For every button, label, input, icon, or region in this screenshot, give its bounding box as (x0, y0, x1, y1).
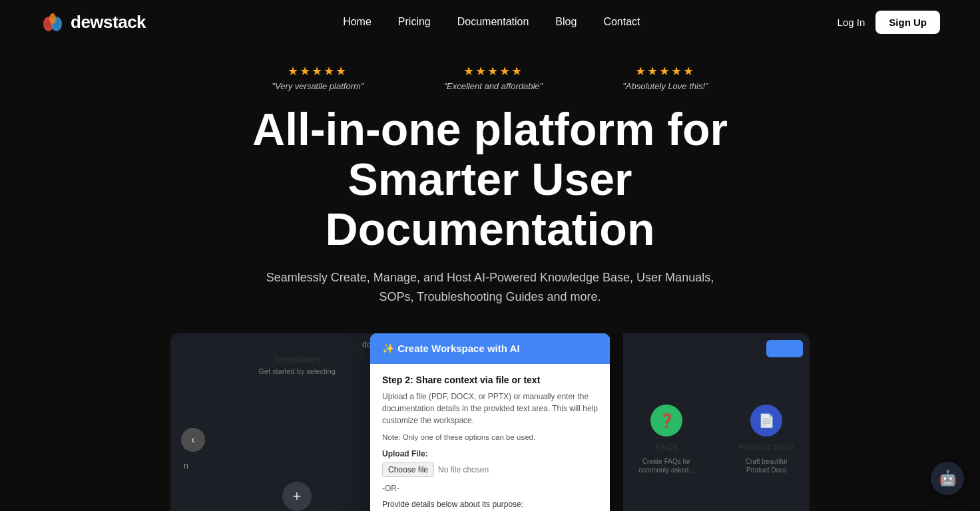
modal-body: Step 2: Share context via file or text U… (370, 364, 610, 511)
chat-bubble-button[interactable]: 🤖 (931, 462, 964, 495)
choose-file-button[interactable]: Choose file (382, 462, 434, 477)
navbar: dewstack Home Pricing Documentation Blog… (0, 0, 980, 44)
faqs-icon-item: ❓ FAQs Create FAQs for commonly asked... (636, 405, 696, 474)
nav-links: Home Pricing Documentation Blog Contact (343, 16, 640, 28)
review-item-3: ★★★★★ "Absolutely Love this!" (622, 64, 708, 91)
stars-1: ★★★★★ (288, 64, 348, 79)
templates-title: Templates (258, 353, 336, 365)
reviews-row: ★★★★★ "Very versatile platform" ★★★★★ "E… (27, 64, 953, 91)
hero-section: ★★★★★ "Very versatile platform" ★★★★★ "E… (0, 44, 980, 307)
login-button[interactable]: Log In (838, 17, 865, 28)
product-docs-icon-item: 📄 Product Docs Craft beautiful Product D… (736, 405, 796, 474)
quote-3: "Absolutely Love this!" (622, 81, 708, 91)
faqs-sublabel: Create FAQs for commonly asked... (636, 457, 696, 474)
ai-workspace-modal: ✨ Create Workspace with AI Step 2: Share… (370, 333, 610, 511)
modal-provide-label: Provide details below about its purpose: (382, 500, 598, 509)
product-docs-label: Product Docs (738, 442, 795, 452)
faqs-label: FAQs (655, 442, 678, 452)
nav-arrow-left[interactable]: ‹ (181, 428, 205, 452)
templates-sub: Get started by selecting (258, 367, 336, 375)
nav-link-pricing[interactable]: Pricing (398, 16, 431, 27)
plus-icon: + (282, 482, 312, 511)
modal-description: Upload a file (PDF, DOCX, or PPTX) or ma… (382, 391, 598, 426)
top-right-hint (766, 340, 803, 357)
svg-point-4 (49, 13, 56, 24)
chat-icon: 🤖 (939, 470, 957, 487)
panel-left-learn: n (184, 461, 188, 470)
quote-2: "Excellent and affordable" (443, 81, 543, 91)
product-docs-sublabel: Craft beautiful Product Docs (736, 457, 796, 474)
nav-link-blog[interactable]: Blog (555, 16, 577, 27)
product-docs-icon: 📄 (750, 405, 782, 436)
nav-link-documentation[interactable]: Documentation (457, 16, 529, 27)
stars-2: ★★★★★ (463, 64, 523, 79)
modal-header: ✨ Create Workspace with AI (370, 333, 610, 364)
nav-link-contact[interactable]: Contact (603, 16, 640, 27)
panel-right: ❓ FAQs Create FAQs for commonly asked...… (623, 333, 810, 511)
hero-title: All-in-one platform for Smarter User Doc… (190, 104, 790, 254)
stars-3: ★★★★★ (635, 64, 695, 79)
nav-actions: Log In Sign Up (838, 11, 940, 34)
quote-1: "Very versatile platform" (272, 81, 364, 91)
faqs-icon: ❓ (650, 405, 682, 436)
file-input-row: Choose file No file chosen (382, 462, 598, 477)
modal-header-text: ✨ Create Workspace with AI (382, 343, 520, 355)
review-item-2: ★★★★★ "Excellent and affordable" (443, 64, 543, 91)
logo-icon (40, 9, 65, 35)
templates-section: Templates Get started by selecting (258, 353, 336, 375)
modal-upload-label: Upload File: (382, 449, 598, 458)
no-file-text: No file chosen (438, 465, 489, 474)
modal-note: Note: Only one of these options can be u… (382, 433, 598, 441)
logo[interactable]: dewstack (40, 9, 146, 35)
or-divider: -OR- (382, 484, 598, 493)
review-item-1: ★★★★★ "Very versatile platform" (272, 64, 364, 91)
hero-subtitle: Seamlessly Create, Manage, and Host AI-P… (257, 268, 723, 307)
logo-text: dewstack (71, 12, 146, 33)
screenshot-inner: do the magic! pport n Templates Get star… (170, 333, 810, 511)
nav-link-home[interactable]: Home (343, 16, 371, 27)
create-workspace-button[interactable]: + Create a Workspace (258, 482, 336, 511)
screenshot-section: do the magic! pport n Templates Get star… (0, 333, 980, 511)
signup-button[interactable]: Sign Up (875, 11, 940, 34)
right-icons-row: ❓ FAQs Create FAQs for commonly asked...… (636, 405, 796, 474)
modal-step-title: Step 2: Share context via file or text (382, 375, 598, 385)
